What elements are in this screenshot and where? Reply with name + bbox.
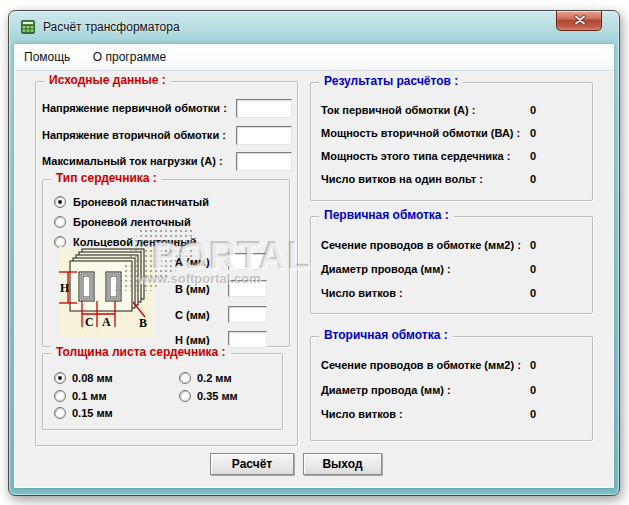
client-area: Исходные данные : Напряжение первичной о… — [15, 72, 613, 487]
svg-text:H: H — [60, 281, 70, 295]
radio-dot — [58, 376, 62, 380]
window-title: Расчёт трансформатора — [43, 20, 180, 34]
label-thickness-015: 0.15 мм — [72, 407, 113, 419]
input-dim-b[interactable] — [228, 280, 267, 297]
label-thickness-02: 0.2 мм — [197, 372, 232, 384]
result-value: 0 — [530, 408, 536, 420]
screenshot-stage: Расчёт трансформатора Помощь О программе… — [0, 0, 629, 505]
input-dim-h[interactable] — [228, 331, 267, 348]
label-dim-c: С (мм) — [175, 309, 210, 321]
radio-thickness-035[interactable] — [179, 390, 191, 402]
result-value: 0 — [530, 263, 536, 275]
result-value: 0 — [530, 150, 536, 162]
result-value: 0 — [530, 127, 536, 139]
label-max-load-current: Максимальный ток нагрузки (А) : — [42, 155, 223, 167]
result-label: Число витков на один вольт : — [321, 173, 483, 185]
label-thickness-01: 0.1 мм — [72, 390, 107, 402]
menubar: Помощь О программе — [15, 45, 613, 71]
input-secondary-voltage[interactable] — [236, 126, 292, 145]
radio-core-laminated[interactable] — [54, 196, 66, 208]
menu-item-help[interactable]: Помощь — [15, 45, 79, 71]
close-icon — [574, 15, 586, 26]
result-label: Сечение проводов в обмотке (мм2) : — [321, 359, 521, 371]
radio-thickness-01[interactable] — [54, 390, 66, 402]
group-results-title: Результаты расчётов : — [319, 74, 463, 88]
result-value: 0 — [530, 384, 536, 396]
label-dim-a: А (мм) — [175, 256, 210, 268]
group-secondary-title: Вторичная обмотка : — [319, 328, 453, 342]
input-primary-voltage[interactable] — [236, 99, 292, 118]
label-core-tape: Броневой ленточный — [73, 216, 191, 228]
group-results: Результаты расчётов : Ток первичной обмо… — [310, 82, 593, 201]
result-value: 0 — [530, 359, 536, 371]
radio-thickness-015[interactable] — [54, 407, 66, 419]
group-core-type-title: Тип сердечника : — [51, 171, 162, 185]
result-value: 0 — [530, 104, 536, 116]
radio-dot — [58, 200, 62, 204]
svg-text:B: B — [139, 316, 147, 330]
result-label: Число витков : — [321, 287, 403, 299]
result-label: Мощность вторичной обмотки (ВА) : — [321, 127, 520, 139]
group-primary-winding: Первичная обмотка : Сечение проводов в о… — [310, 216, 593, 314]
result-value: 0 — [530, 173, 536, 185]
window-body: Помощь О программе Исходные данные : Нап… — [14, 44, 614, 488]
group-source-title: Исходные данные : — [44, 73, 171, 87]
result-label: Сечение проводов в обмотке (мм2) : — [321, 239, 521, 251]
input-dim-c[interactable] — [228, 306, 267, 323]
core-diagram: H C A B — [59, 247, 154, 337]
titlebar[interactable]: Расчёт трансформатора — [9, 11, 619, 44]
group-secondary-winding: Вторичная обмотка : Сечение проводов в о… — [310, 336, 593, 441]
label-dim-b: В (мм) — [175, 283, 210, 295]
svg-text:A: A — [102, 315, 111, 329]
result-value: 0 — [530, 287, 536, 299]
calculate-button[interactable]: Расчёт — [210, 453, 294, 475]
group-sheet-thickness-title: Толщина листа сердечника : — [51, 345, 231, 359]
label-thickness-008: 0.08 мм — [72, 372, 113, 384]
label-core-laminated: Броневой пластинчатый — [73, 196, 209, 208]
close-button[interactable] — [556, 11, 602, 31]
input-dim-a[interactable] — [228, 253, 267, 270]
label-primary-voltage: Напряжение первичной обмотки : — [42, 102, 227, 114]
svg-text:C: C — [85, 315, 94, 329]
result-label: Диаметр провода (мм) : — [321, 384, 451, 396]
menu-item-about[interactable]: О программе — [84, 45, 175, 71]
result-label: Диаметр провода (мм) : — [321, 263, 451, 275]
app-window: Расчёт трансформатора Помощь О программе… — [8, 10, 620, 496]
result-label: Число витков : — [321, 408, 403, 420]
radio-thickness-02[interactable] — [179, 372, 191, 384]
label-secondary-voltage: Напряжение вторичной обмотки : — [42, 129, 226, 141]
exit-button[interactable]: Выход — [303, 453, 382, 475]
result-label: Ток первичной обмотки (А) : — [321, 104, 475, 116]
app-icon — [20, 19, 36, 35]
result-label: Мощность этого типа сердечника : — [321, 150, 510, 162]
label-thickness-035: 0.35 мм — [197, 390, 238, 402]
radio-thickness-008[interactable] — [54, 372, 66, 384]
group-primary-title: Первичная обмотка : — [319, 208, 454, 222]
input-max-load-current[interactable] — [236, 152, 292, 171]
radio-core-tape[interactable] — [54, 216, 66, 228]
result-value: 0 — [530, 239, 536, 251]
